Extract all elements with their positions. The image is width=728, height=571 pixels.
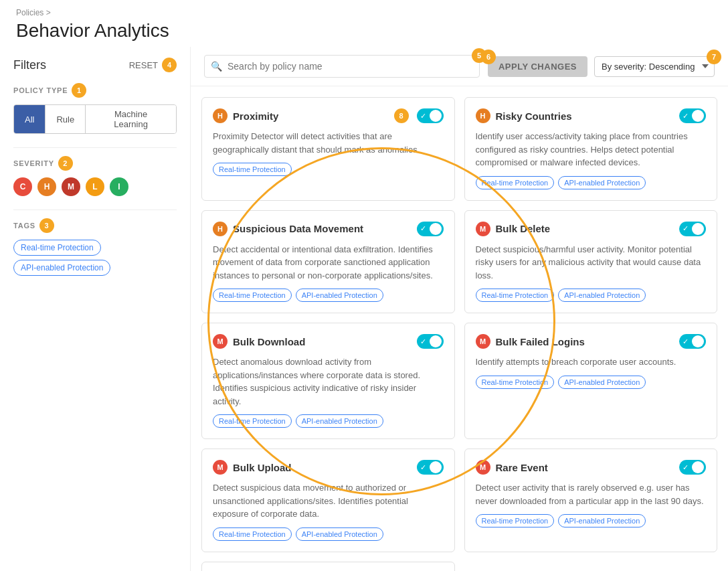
toggle-bulk-upload[interactable]: ✓ (417, 460, 444, 475)
right-panel: 🔍 5 6 APPLY CHANGES 7 By severity: Desce… (191, 47, 728, 571)
card-desc-bulk-download: Detect anomalous download activity from … (213, 355, 444, 408)
toggle-check-bulk-delete: ✓ (682, 224, 689, 233)
annotation-8: 8 (394, 108, 409, 123)
card-title-bulk-delete: Bulk Delete (496, 223, 674, 234)
toggle-check-bulk-upload: ✓ (420, 463, 426, 472)
card-tags-bulk-download: Real-time Protection API-enabled Protect… (213, 414, 444, 428)
severity-badge-bulk-upload: M (213, 460, 227, 475)
toggle-suspicious[interactable]: ✓ (417, 222, 444, 236)
annotation-6: 6 (481, 50, 496, 64)
tags-label: TAGS (13, 222, 35, 230)
toggle-bulk-delete[interactable]: ✓ (679, 222, 706, 236)
toggle-knob-bulk-download (430, 335, 442, 347)
card-tag-api-rare-event: API-enabled Protection (558, 514, 646, 527)
tag-api[interactable]: API-enabled Protection (13, 260, 110, 276)
card-desc-bulk-delete: Detect suspicious/harmful user activity.… (476, 243, 707, 282)
card-title-suspicious: Suspicious Data Movement (233, 223, 412, 234)
card-tag-api-suspicious: API-enabled Protection (296, 289, 383, 302)
toggle-check-rare-event: ✓ (682, 463, 689, 472)
policy-type-rule[interactable]: Rule (46, 105, 86, 133)
policy-type-section: POLICY TYPE 1 All Rule Machine Learning (13, 83, 177, 134)
toggle-bulk-failed[interactable]: ✓ (679, 334, 706, 349)
card-tag-realtime: Real-time Protection (213, 163, 292, 176)
policy-card-suspicious: H Suspicious Data Movement ✓ Detect acci… (201, 210, 455, 314)
annotation-3: 3 (39, 218, 54, 233)
policy-card-rare-event: M Rare Event ✓ Detect user activity that… (464, 448, 718, 552)
annotation-4: 4 (162, 58, 177, 72)
toggle-knob-risky (692, 110, 704, 122)
policy-type-all[interactable]: All (14, 105, 46, 133)
sort-select[interactable]: By severity: Descending (594, 56, 715, 77)
filters-title: Filters (13, 58, 46, 72)
card-desc-bulk-failed: Identify attempts to breach corporate us… (476, 355, 707, 369)
card-desc-proximity: Proximity Detector will detect activitie… (213, 130, 444, 156)
card-tags-proximity: Real-time Protection (213, 163, 444, 176)
tag-realtime[interactable]: Real-time Protection (13, 240, 101, 256)
card-tag-api-bulk-failed: API-enabled Protection (558, 376, 646, 389)
breadcrumb: Policies > (16, 8, 712, 17)
card-tag-api-bulk-download: API-enabled Protection (296, 414, 383, 428)
severity-section: SEVERITY 2 C H M L I (13, 156, 177, 196)
policy-type-label: POLICY TYPE (13, 86, 68, 94)
toggle-knob-bulk-delete (692, 223, 704, 235)
annotation-2: 2 (58, 156, 73, 171)
policy-type-buttons: All Rule Machine Learning (13, 104, 177, 134)
toggle-proximity[interactable]: ✓ (417, 108, 444, 123)
card-desc-risky: Identify user access/activity taking pla… (476, 130, 707, 169)
card-title-bulk-failed: Bulk Failed Logins (496, 336, 674, 347)
annotation-7: 7 (707, 50, 721, 64)
toggle-check-suspicious: ✓ (420, 224, 426, 233)
severity-badge-risky: H (476, 108, 490, 123)
toggle-knob-rare-event (692, 461, 704, 473)
severity-info[interactable]: I (110, 177, 128, 196)
card-desc-bulk-upload: Detect suspicious data movement to autho… (213, 481, 444, 521)
severity-low[interactable]: L (86, 177, 104, 196)
severity-badge-bulk-delete: M (476, 222, 490, 236)
page-header: Policies > Behavior Analytics (0, 0, 728, 47)
policy-card-proximity: H Proximity 8 ✓ Proximity Detector will … (201, 97, 455, 201)
card-tag-rt-suspicious: Real-time Protection (213, 289, 292, 302)
card-title-rare-event: Rare Event (496, 462, 674, 473)
page-title: Behavior Analytics (16, 20, 712, 42)
severity-badge-rare-event: M (476, 460, 490, 475)
search-input[interactable] (204, 55, 480, 78)
severity-badge-proximity: H (213, 108, 227, 123)
toggle-knob-bulk-upload (430, 461, 442, 473)
annotation-1: 1 (72, 83, 86, 98)
toggle-check-proximity: ✓ (420, 112, 426, 120)
toolbar: 🔍 5 6 APPLY CHANGES 7 By severity: Desce… (191, 47, 728, 86)
policy-type-ml[interactable]: Machine Learning (86, 105, 176, 133)
card-tag-rt-bulk-failed: Real-time Protection (476, 376, 555, 389)
toggle-check-risky: ✓ (682, 112, 689, 120)
card-tag-rt-bulk-upload: Real-time Protection (213, 527, 292, 541)
toolbar-right: 6 APPLY CHANGES 7 By severity: Descendin… (488, 56, 715, 77)
severity-medium[interactable]: M (62, 177, 80, 196)
card-tags-risky: Real-time Protection API-enabled Protect… (476, 176, 707, 189)
card-tags-bulk-upload: Real-time Protection API-enabled Protect… (213, 527, 444, 541)
severity-critical[interactable]: C (13, 177, 32, 196)
card-tag-rt-risky: Real-time Protection (476, 176, 555, 189)
card-title-bulk-download: Bulk Download (233, 336, 412, 347)
toggle-check-bulk-failed: ✓ (682, 337, 689, 346)
toggle-bulk-download[interactable]: ✓ (417, 334, 444, 349)
search-icon: 🔍 (211, 61, 222, 72)
tags-section: TAGS 3 Real-time Protection API-enabled … (13, 218, 177, 280)
policy-card-bulk-failed-logins: M Bulk Failed Logins ✓ Identify attempts… (464, 323, 718, 439)
card-tags-bulk-failed: Real-time Protection API-enabled Protect… (476, 376, 707, 389)
toggle-check-bulk-download: ✓ (420, 337, 426, 346)
card-title-bulk-upload: Bulk Upload (233, 462, 412, 473)
card-tags-rare-event: Real-time Protection API-enabled Protect… (476, 514, 707, 527)
severity-badge-suspicious: H (213, 222, 227, 236)
card-tag-api-bulk-delete: API-enabled Protection (558, 289, 646, 302)
card-desc-rare-event: Detect user activity that is rarely obse… (476, 481, 707, 507)
card-tag-rt-bulk-delete: Real-time Protection (476, 289, 555, 302)
toggle-rare-event[interactable]: ✓ (679, 460, 706, 475)
card-desc-suspicious: Detect accidental or intentional data ex… (213, 243, 444, 282)
divider-2 (13, 210, 177, 210)
divider-1 (13, 147, 177, 148)
reset-link[interactable]: RESET (129, 60, 158, 70)
severity-high[interactable]: H (37, 177, 56, 196)
card-tag-rt-bulk-download: Real-time Protection (213, 414, 292, 428)
apply-changes-button[interactable]: APPLY CHANGES (488, 56, 587, 77)
toggle-risky[interactable]: ✓ (679, 108, 706, 123)
